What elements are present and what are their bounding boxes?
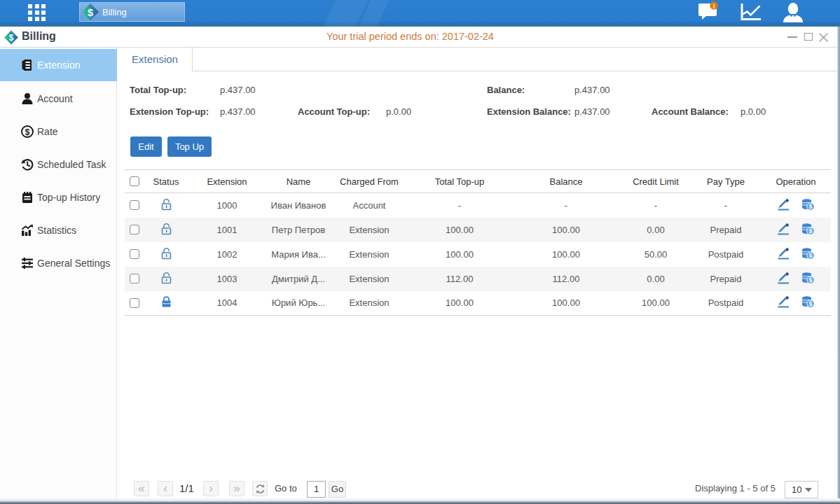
svg-text:$: $	[808, 252, 812, 259]
svg-text:$: $	[808, 203, 812, 210]
svg-text:$: $	[88, 6, 94, 18]
svg-text:$: $	[25, 127, 30, 136]
svg-text:!: !	[712, 2, 715, 10]
svg-text:$: $	[808, 301, 812, 308]
svg-text:$: $	[808, 276, 812, 284]
svg-text:$: $	[808, 227, 812, 234]
